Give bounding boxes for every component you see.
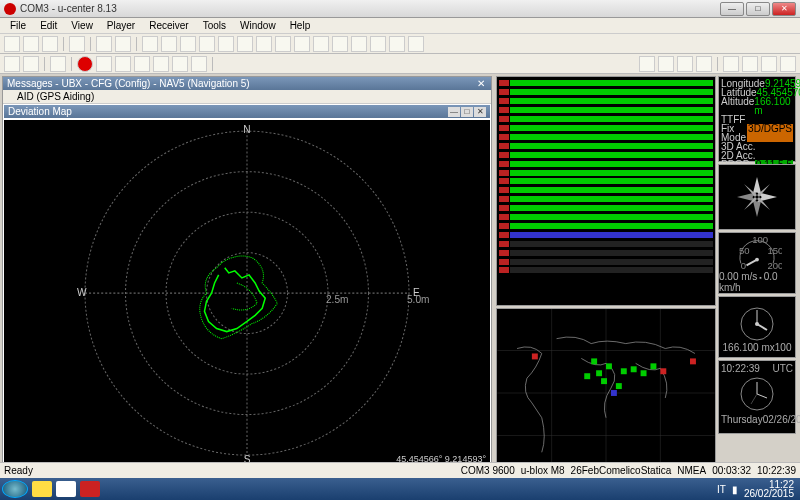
taskbar[interactable]: IT ▮ 11:2226/02/2015 xyxy=(0,478,800,500)
view14-icon[interactable] xyxy=(389,36,405,52)
compass-panel xyxy=(718,164,796,230)
app-icon xyxy=(4,3,16,15)
tray-lang[interactable]: IT xyxy=(717,484,726,495)
sig4-icon[interactable] xyxy=(696,56,712,72)
svg-text:50: 50 xyxy=(739,245,750,256)
altitude-gauge: 166.100 m x100 xyxy=(718,296,796,358)
chrome-taskbar-icon[interactable] xyxy=(56,481,76,497)
end-icon[interactable] xyxy=(191,56,207,72)
svg-point-42 xyxy=(755,258,759,262)
view11-icon[interactable] xyxy=(332,36,348,52)
svg-rect-30 xyxy=(690,358,696,364)
sig3-icon[interactable] xyxy=(677,56,693,72)
signal-row xyxy=(499,124,713,133)
tool4-icon[interactable] xyxy=(780,56,796,72)
view4-icon[interactable] xyxy=(199,36,215,52)
new-icon[interactable] xyxy=(4,36,20,52)
svg-rect-19 xyxy=(532,353,538,359)
view1-icon[interactable] xyxy=(142,36,158,52)
status-com: COM3 9600 xyxy=(461,465,515,476)
save-icon[interactable] xyxy=(42,36,58,52)
copy-icon[interactable] xyxy=(115,36,131,52)
sig2-icon[interactable] xyxy=(658,56,674,72)
menu-file[interactable]: File xyxy=(4,19,32,32)
explorer-taskbar-icon[interactable] xyxy=(32,481,52,497)
signal-panel[interactable] xyxy=(496,76,716,306)
devmap-min-icon[interactable]: — xyxy=(448,107,460,117)
disconnect-icon[interactable] xyxy=(23,56,39,72)
messages-titlebar[interactable]: Messages - UBX - CFG (Config) - NAV5 (Na… xyxy=(3,77,491,90)
close-button[interactable]: ✕ xyxy=(772,2,796,16)
play-icon[interactable] xyxy=(115,56,131,72)
menu-edit[interactable]: Edit xyxy=(34,19,63,32)
window-title: COM3 - u-center 8.13 xyxy=(20,3,720,14)
connect-icon[interactable] xyxy=(4,56,20,72)
menu-player[interactable]: Player xyxy=(101,19,141,32)
minimize-button[interactable]: — xyxy=(720,2,744,16)
tray-clock[interactable]: 11:2226/02/2015 xyxy=(744,480,794,498)
start-orb-icon[interactable] xyxy=(2,480,28,498)
view5-icon[interactable] xyxy=(218,36,234,52)
svg-line-55 xyxy=(751,394,757,404)
signal-row xyxy=(499,195,713,204)
signal-row xyxy=(499,97,713,106)
menu-receiver[interactable]: Receiver xyxy=(143,19,194,32)
tool1-icon[interactable] xyxy=(723,56,739,72)
svg-text:200: 200 xyxy=(767,260,782,271)
eject-icon[interactable] xyxy=(50,56,66,72)
status-t1: 00:03:32 xyxy=(712,465,751,476)
tool2-icon[interactable] xyxy=(742,56,758,72)
clock-panel: 10:22:39UTC Thursday02/26/2015 xyxy=(718,360,796,434)
devmap-titlebar[interactable]: Deviation Map — □ ✕ xyxy=(4,105,490,118)
signal-row xyxy=(499,168,713,177)
signal-row xyxy=(499,141,713,150)
devmap-title: Deviation Map xyxy=(8,106,72,117)
view12-icon[interactable] xyxy=(351,36,367,52)
messages-close-icon[interactable]: ✕ xyxy=(475,78,487,89)
world-map-panel[interactable] xyxy=(496,308,716,478)
svg-rect-21 xyxy=(606,363,612,369)
view8-icon[interactable] xyxy=(275,36,291,52)
tray-flag-icon[interactable]: ▮ xyxy=(732,484,738,495)
ff-icon[interactable] xyxy=(172,56,188,72)
open-icon[interactable] xyxy=(23,36,39,52)
menu-help[interactable]: Help xyxy=(284,19,317,32)
pause-icon[interactable] xyxy=(134,56,150,72)
print-icon[interactable] xyxy=(69,36,85,52)
record-icon[interactable] xyxy=(77,56,93,72)
svg-rect-22 xyxy=(621,368,627,374)
maximize-button[interactable]: □ xyxy=(746,2,770,16)
svg-text:5.0m: 5.0m xyxy=(407,294,429,305)
svg-rect-32 xyxy=(596,370,602,376)
devmap-max-icon[interactable]: □ xyxy=(461,107,473,117)
sig1-icon[interactable] xyxy=(639,56,655,72)
stop-icon[interactable] xyxy=(96,56,112,72)
view15-icon[interactable] xyxy=(408,36,424,52)
cut-icon[interactable] xyxy=(96,36,112,52)
svg-rect-23 xyxy=(631,366,637,372)
messages-tree-item[interactable]: AID (GPS Aiding) xyxy=(3,90,491,104)
status-proto: NMEA xyxy=(677,465,706,476)
devmap-close-icon[interactable]: ✕ xyxy=(474,107,486,117)
view7-icon[interactable] xyxy=(256,36,272,52)
menu-window[interactable]: Window xyxy=(234,19,282,32)
view6-icon[interactable] xyxy=(237,36,253,52)
menu-tools[interactable]: Tools xyxy=(197,19,232,32)
view13-icon[interactable] xyxy=(370,36,386,52)
info-row: Altitude166.100 m xyxy=(721,97,793,115)
tool3-icon[interactable] xyxy=(761,56,777,72)
step-icon[interactable] xyxy=(153,56,169,72)
view3-icon[interactable] xyxy=(180,36,196,52)
view10-icon[interactable] xyxy=(313,36,329,52)
signal-row xyxy=(499,79,713,88)
svg-point-51 xyxy=(755,322,759,326)
view2-icon[interactable] xyxy=(161,36,177,52)
menu-view[interactable]: View xyxy=(65,19,99,32)
deviation-map[interactable]: N S E W 2.5m 5.0m 45.454566° 9.214593° xyxy=(4,120,490,466)
signal-row xyxy=(499,213,713,222)
view9-icon[interactable] xyxy=(294,36,310,52)
signal-row xyxy=(499,186,713,195)
ucenter-taskbar-icon[interactable] xyxy=(80,481,100,497)
svg-rect-27 xyxy=(601,378,607,384)
status-t2: 10:22:39 xyxy=(757,465,796,476)
